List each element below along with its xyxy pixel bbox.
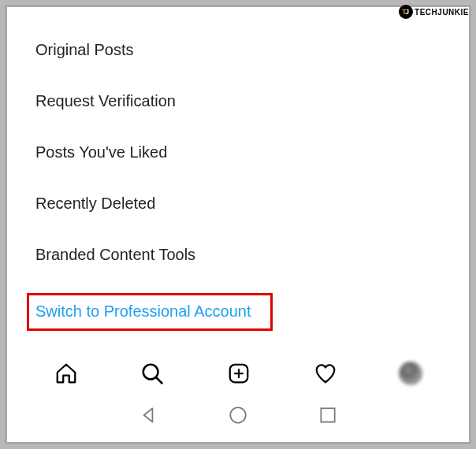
recent-apps-icon[interactable] bbox=[316, 403, 340, 427]
svg-point-7 bbox=[230, 407, 246, 423]
settings-item-request-verification[interactable]: Request Verification bbox=[35, 88, 441, 113]
search-icon[interactable] bbox=[139, 361, 165, 386]
settings-item-recently-deleted[interactable]: Recently Deleted bbox=[35, 191, 441, 216]
profile-avatar[interactable] bbox=[399, 362, 422, 385]
svg-line-3 bbox=[157, 377, 162, 383]
settings-item-posts-liked[interactable]: Posts You've Liked bbox=[35, 139, 441, 165]
app-navbar bbox=[7, 351, 469, 395]
settings-item-switch-professional[interactable]: Switch to Professional Account bbox=[35, 302, 262, 321]
system-navbar bbox=[7, 395, 469, 442]
settings-item-branded-content[interactable]: Branded Content Tools bbox=[35, 242, 441, 267]
settings-item-original-posts[interactable]: Original Posts bbox=[35, 37, 441, 62]
device-frame: T J TECHJUNKIE Original Posts Request Ve… bbox=[5, 5, 471, 444]
svg-text:J: J bbox=[405, 8, 409, 16]
back-icon[interactable] bbox=[136, 403, 160, 427]
home-circle-icon[interactable] bbox=[226, 403, 250, 427]
settings-list: Original Posts Request Verification Post… bbox=[7, 7, 469, 351]
highlight-annotation: Switch to Professional Account bbox=[27, 293, 273, 331]
create-icon[interactable] bbox=[226, 361, 251, 386]
home-icon[interactable] bbox=[54, 361, 79, 386]
heart-icon[interactable] bbox=[313, 361, 338, 386]
watermark: T J TECHJUNKIE bbox=[399, 5, 469, 19]
svg-rect-8 bbox=[321, 408, 334, 421]
watermark-badge-icon: T J bbox=[399, 5, 413, 19]
watermark-text: TECHJUNKIE bbox=[415, 8, 469, 17]
